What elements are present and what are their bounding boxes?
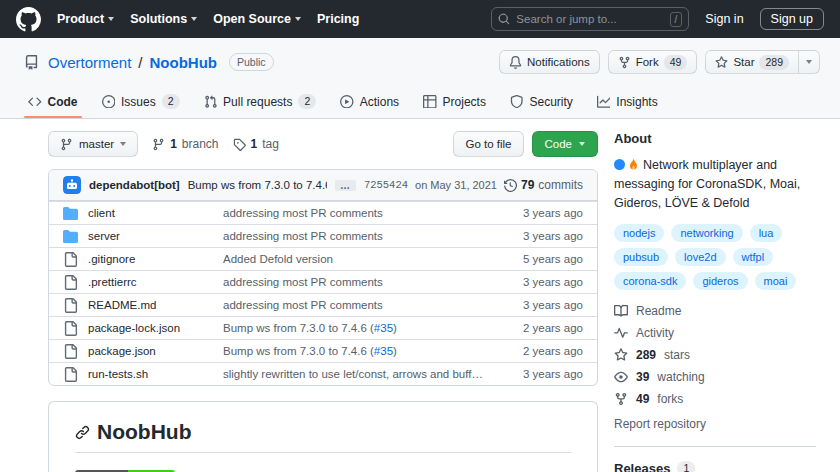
nav-item-open-source[interactable]: Open Source [213,12,301,26]
chevron-down-icon [108,17,114,21]
breadcrumb-separator: / [137,54,143,71]
topic-tag[interactable]: corona-sdk [614,272,686,290]
graph-icon [597,95,611,109]
table-row: run-tests.sh slightly rewritten to use l… [49,362,597,385]
watching-link[interactable]: 39 watching [614,370,816,384]
file-age[interactable]: 5 years ago [488,253,583,265]
github-logo-icon[interactable] [16,7,41,32]
tab-pull-requests[interactable]: Pull requests 2 [196,86,325,118]
main-column: master 1 branch 1 tag Go to file Code [48,131,598,472]
slash-key-hint: / [670,12,683,27]
table-row: .prettierrc addressing most PR comments … [49,270,597,293]
eye-icon [614,370,628,384]
report-repository-link[interactable]: Report repository [614,417,706,431]
commit-date: on May 31, 2021 [415,179,497,191]
file-name-link[interactable]: server [88,230,223,242]
file-name-link[interactable]: package.json [88,345,223,357]
file-name-link[interactable]: .gitignore [88,253,223,265]
toolbar-right: Go to file Code [453,131,598,157]
tab-insights[interactable]: Insights [589,86,666,118]
commit-hash-link[interactable]: 7255424 [364,179,408,191]
topic-tag[interactable]: networking [671,224,742,242]
branch-icon [60,138,73,151]
sign-up-button[interactable]: Sign up [760,8,824,30]
commit-history-link[interactable]: 79 commits [504,178,583,192]
code-icon [28,95,42,109]
file-icon [63,298,78,313]
sign-in-link[interactable]: Sign in [705,12,743,26]
table-row: package.json Bump ws from 7.3.0 to 7.4.6… [49,339,597,362]
tab-issues[interactable]: Issues 2 [94,86,188,118]
fork-button[interactable]: Fork 49 [608,50,698,74]
file-age[interactable]: 3 years ago [488,276,583,288]
tags-link[interactable]: 1 tag [233,137,279,151]
bell-icon [509,56,522,69]
commit-expand-button[interactable]: … [335,180,356,191]
topic-tag[interactable]: love2d [675,248,725,266]
star-button[interactable]: Star 289 [705,50,799,74]
file-age[interactable]: 3 years ago [488,299,583,311]
commit-author-link[interactable]: dependabot[bot] [89,179,180,191]
tab-actions[interactable]: Actions [332,86,407,118]
file-name-link[interactable]: README.md [88,299,223,311]
repo-tabs: Code Issues 2 Pull requests 2 Actions Pr… [0,86,840,118]
nav-item-pricing[interactable]: Pricing [317,12,359,26]
commit-message-link[interactable]: Bump ws from 7.3.0 to 7.4.6 ( [188,179,327,191]
code-download-button[interactable]: Code [532,131,599,157]
nav-item-solutions[interactable]: Solutions [130,12,197,26]
releases-heading-row: Releases 1 [614,461,816,472]
topic-tag[interactable]: gideros [693,272,747,290]
dependabot-avatar[interactable] [63,176,81,194]
table-row: server addressing most PR comments 3 yea… [49,224,597,247]
topic-tag[interactable]: wtfpl [733,248,774,266]
activity-link[interactable]: Activity [614,326,816,340]
file-name-link[interactable]: package-lock.json [88,322,223,334]
repo-owner-link[interactable]: Overtorment [48,54,131,71]
fire-emoji [628,158,639,171]
repo-name-link[interactable]: NoobHub [150,54,217,71]
file-name-link[interactable]: .prettierrc [88,276,223,288]
star-button-group: Star 289 [705,50,820,74]
file-age[interactable]: 2 years ago [488,322,583,334]
forks-link[interactable]: 49 forks [614,392,816,406]
tab-security[interactable]: Security [502,86,581,118]
topic-tag[interactable]: lua [750,224,783,242]
pulse-icon [614,326,628,340]
file-commit-message: Added Defold version [223,253,488,265]
star-dropdown-button[interactable] [799,50,820,74]
link-anchor-icon[interactable] [75,425,90,440]
file-age[interactable]: 3 years ago [488,230,583,242]
commit-meta: 7255424 on May 31, 2021 79 commits [364,178,583,192]
blue-circle-emoji [614,159,625,170]
stars-link[interactable]: 289 stars [614,348,816,362]
file-commit-message: addressing most PR comments [223,207,488,219]
file-age[interactable]: 3 years ago [488,207,583,219]
releases-heading: Releases [614,461,670,472]
repo-actions: Notifications Fork 49 Star 289 [499,50,820,74]
tab-projects[interactable]: Projects [415,86,494,118]
tab-code[interactable]: Code [20,86,86,118]
topic-tag[interactable]: pubsub [614,248,668,266]
top-navigation: Product Solutions Open Source Pricing Se… [0,0,840,38]
branch-selector-button[interactable]: master [48,131,138,157]
table-icon [423,95,437,109]
file-name-link[interactable]: client [88,207,223,219]
book-icon [614,304,628,318]
search-input[interactable]: Search or jump to... / [491,7,689,31]
file-age[interactable]: 2 years ago [488,345,583,357]
topic-tag[interactable]: nodejs [614,224,664,242]
file-icon [63,252,78,267]
topic-tag[interactable]: moai [755,272,797,290]
issue-icon [102,95,116,109]
nav-item-product[interactable]: Product [57,12,114,26]
star-count: 289 [759,55,789,70]
visibility-badge: Public [229,53,274,71]
branches-link[interactable]: 1 branch [152,137,218,151]
notifications-button[interactable]: Notifications [499,50,600,74]
readme-link[interactable]: Readme [614,304,816,318]
go-to-file-button[interactable]: Go to file [453,131,523,157]
file-age[interactable]: 3 years ago [488,368,583,380]
file-name-link[interactable]: run-tests.sh [88,368,223,380]
file-commit-message: slightly rewritten to use let/const, arr… [223,368,488,380]
about-heading: About [614,131,816,146]
